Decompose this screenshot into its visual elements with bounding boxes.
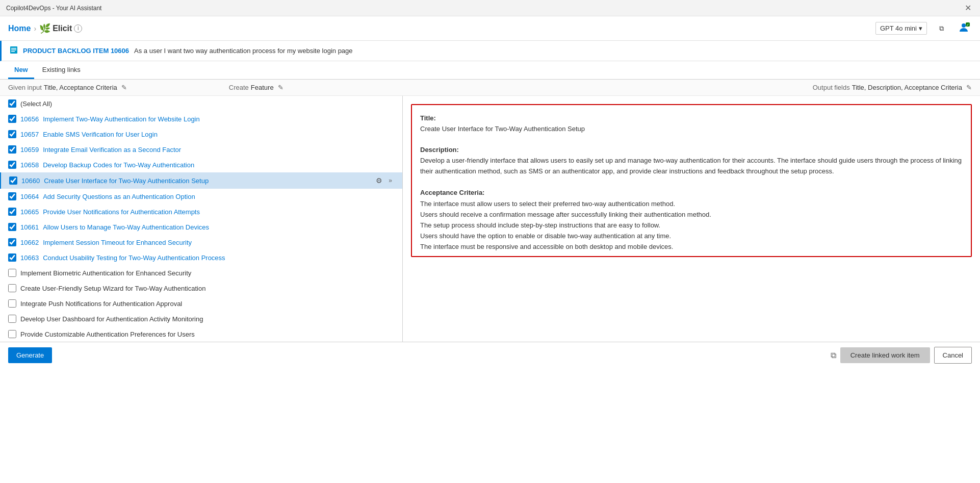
list-item[interactable]: Develop User Dashboard for Authenticatio… [0,311,402,326]
item-title: Add Security Questions as an Authenticat… [43,193,394,200]
given-input-label: Given input [8,84,42,91]
item-id-link[interactable]: 10664 [20,193,39,200]
item-checkbox[interactable] [8,315,16,323]
list-item-active[interactable]: 10660 Create User Interface for Two-Way … [0,172,402,189]
title-label: Title: [420,114,436,122]
preview-box: Title: Create User Interface for Two-Way… [411,104,972,257]
list-item[interactable]: 10662 Implement Session Timeout for Enha… [0,235,402,250]
item-id-link[interactable]: 10663 [20,254,39,262]
item-checkbox[interactable] [8,330,16,338]
criteria-item-2: Users should receive a confirmation mess… [420,210,963,220]
item-title: Implement Two-Way Authentication for Web… [43,115,394,123]
preview-description-text: Develop a user-friendly interface that a… [420,157,962,175]
item-id-link[interactable]: 10656 [20,115,39,123]
item-checkbox[interactable] [8,223,16,231]
list-item[interactable]: 10664 Add Security Questions as an Authe… [0,189,402,204]
workitem-icon [10,46,18,56]
item-title: Integrate Push Notifications for Authent… [20,300,394,308]
gear-icon[interactable]: ⚙ [374,175,384,186]
copy-page-icon[interactable]: ⧉ [831,351,836,360]
item-title: Implement Session Timeout for Enhanced S… [43,239,394,246]
header-right: GPT 4o mini ▾ ⧉ ✓ [875,20,972,37]
description-label: Description: [420,146,459,154]
list-item[interactable]: 10656 Implement Two-Way Authentication f… [0,111,402,126]
item-title: Integrate Email Verification as a Second… [43,146,394,154]
item-id-link[interactable]: 10658 [20,161,39,169]
item-id-link[interactable]: 10661 [20,223,39,231]
tab-new[interactable]: New [8,62,34,79]
copy-icon-button[interactable]: ⧉ [933,20,949,37]
list-item[interactable]: 10661 Allow Users to Manage Two-Way Auth… [0,219,402,235]
given-input-edit-icon[interactable]: ✎ [121,84,127,91]
item-checkbox[interactable] [8,253,16,262]
list-item[interactable]: Implement Biometric Authentication for E… [0,265,402,281]
list-item[interactable]: Provide Customizable Authentication Pref… [0,326,402,342]
given-input-value: Title, Acceptance Criteria [44,84,117,91]
svg-rect-4 [11,48,16,49]
output-fields-section: Output fields Title, Description, Accept… [813,84,972,91]
item-title: Provide User Notifications for Authentic… [43,208,394,216]
item-checkbox[interactable] [8,269,16,277]
item-id-link[interactable]: 10657 [20,131,39,138]
close-button[interactable]: ✕ [962,2,974,14]
item-checkbox[interactable] [8,192,16,200]
preview-description-section: Description: Develop a user-friendly int… [420,145,963,176]
item-id-link[interactable]: 10662 [20,239,39,246]
criteria-item-5: The interface must be responsive and acc… [420,242,963,252]
breadcrumb: Home › 🌿 Elicit i [8,23,82,34]
item-id-link[interactable]: 10660 [21,177,40,185]
item-checkbox[interactable] [8,238,16,246]
list-item[interactable]: 10659 Integrate Email Verification as a … [0,142,402,157]
copy-icon: ⧉ [939,24,944,33]
workitem-title: As a user I want two way authentication … [134,47,353,55]
title-bar: Copilot4DevOps - Your AI Assistant ✕ [0,0,980,16]
list-item[interactable]: 10658 Develop Backup Codes for Two-Way A… [0,157,402,172]
breadcrumb-current: 🌿 Elicit i [39,23,82,34]
item-checkbox[interactable] [8,208,16,216]
item-checkbox[interactable] [8,115,16,123]
cancel-button[interactable]: Cancel [934,347,972,364]
output-fields-edit-icon[interactable]: ✎ [966,84,972,91]
app-title: Copilot4DevOps - Your AI Assistant [6,5,101,12]
list-item[interactable]: 10657 Enable SMS Verification for User L… [0,126,402,142]
item-title: Create User-Friendly Setup Wizard for Tw… [20,285,394,292]
item-checkbox[interactable] [8,299,16,308]
svg-point-0 [962,23,966,28]
breadcrumb-separator: › [34,24,36,33]
select-all-row[interactable]: (Select All) [0,96,402,111]
item-title: Allow Users to Manage Two-Way Authentica… [43,223,394,231]
list-item[interactable]: Create User-Friendly Setup Wizard for Tw… [0,281,402,296]
info-icon[interactable]: i [74,24,82,33]
footer-left: Generate [8,347,52,363]
item-id-link[interactable]: 10659 [20,146,39,154]
select-all-checkbox[interactable] [8,99,16,108]
create-linked-work-item-button[interactable]: Create linked work item [840,347,930,363]
gpt-selector[interactable]: GPT 4o mini ▾ [875,22,927,35]
item-checkbox[interactable] [8,284,16,292]
footer-right: ⧉ Create linked work item Cancel [831,347,972,364]
item-id-link[interactable]: 10665 [20,208,39,216]
header-left: Home › 🌿 Elicit i [8,23,82,34]
tab-existing-links[interactable]: Existing links [36,62,87,79]
generate-button[interactable]: Generate [8,347,52,363]
list-item[interactable]: 10665 Provide User Notifications for Aut… [0,204,402,219]
footer: Generate ⧉ Create linked work item Cance… [0,342,980,368]
gpt-label: GPT 4o mini [880,24,917,32]
item-checkbox[interactable] [8,161,16,169]
list-item[interactable]: 10663 Conduct Usability Testing for Two-… [0,250,402,265]
output-fields-label: Output fields [813,84,850,91]
profile-button[interactable]: ✓ [956,20,972,37]
item-checkbox[interactable] [9,176,17,185]
create-edit-icon[interactable]: ✎ [278,84,283,91]
item-checkbox[interactable] [8,130,16,138]
header: Home › 🌿 Elicit i GPT 4o mini ▾ ⧉ ✓ [0,16,980,41]
item-checkbox[interactable] [8,145,16,154]
arrows-icon[interactable]: » [386,176,394,185]
list-item[interactable]: Integrate Push Notifications for Authent… [0,296,402,311]
item-title: Enable SMS Verification for User Login [43,131,394,138]
create-value: Feature [251,84,274,91]
item-title: Create User Interface for Two-Way Authen… [44,177,370,185]
workitem-link[interactable]: PRODUCT BACKLOG ITEM 10606 [23,47,129,55]
home-link[interactable]: Home [8,24,31,33]
criteria-item-4: Users should have the option to enable o… [420,231,963,242]
